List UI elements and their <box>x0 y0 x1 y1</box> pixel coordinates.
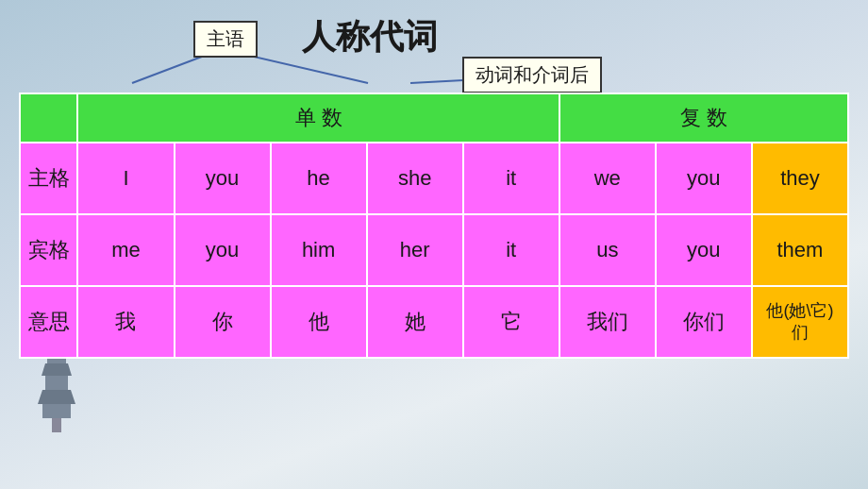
cell-acc-her: her <box>367 214 463 286</box>
table-row-nominative: 主格 I you he she it we <box>20 143 848 214</box>
cell-acc-you-s: you <box>175 214 271 286</box>
cell-acc-them: them <box>752 214 848 286</box>
cell-nom-I: I <box>77 143 174 214</box>
table-row-meaning: 意思 我 你 他 她 它 我们 <box>20 286 848 358</box>
cell-acc-you-p: you <box>656 214 752 286</box>
after-verb-label-text: 动词和介词后 <box>476 64 589 85</box>
row-label-meaning: 意思 <box>20 286 77 358</box>
subject-label-text: 主语 <box>207 28 244 49</box>
header-area: 主语 人称代词 动词和介词后 <box>19 9 849 85</box>
page-title: 人称代词 <box>302 14 438 60</box>
row-label-nominative: 主格 <box>20 143 77 214</box>
cell-meaning-wo: 我 <box>77 286 174 358</box>
header-singular: 单 数 <box>77 93 559 143</box>
cell-nom-you-p: you <box>656 143 752 214</box>
cell-acc-it: it <box>463 214 559 286</box>
cell-acc-me: me <box>77 214 174 286</box>
cell-nom-he: he <box>271 143 367 214</box>
cell-nom-they: they <box>752 143 848 214</box>
cell-meaning-ni: 你 <box>175 286 271 358</box>
cell-acc-him: him <box>271 214 367 286</box>
cell-nom-you-s: you <box>175 143 271 214</box>
cell-meaning-ta-f: 她 <box>367 286 463 358</box>
cell-nom-we: we <box>559 143 656 214</box>
cell-meaning-women: 我们 <box>559 286 656 358</box>
main-content: 主语 人称代词 动词和介词后 单 数 复 数 主格 I <box>0 0 868 489</box>
cell-meaning-tamen: 他(她\它)们 <box>752 286 848 358</box>
header-row: 单 数 复 数 <box>20 93 848 143</box>
header-empty-cell <box>20 93 77 143</box>
cell-nom-she: she <box>367 143 463 214</box>
header-plural: 复 数 <box>559 93 848 143</box>
table-row-accusative: 宾格 me you him her it us <box>20 214 848 286</box>
after-verb-label-box: 动词和介词后 <box>462 57 602 93</box>
cell-meaning-ta-m: 他 <box>271 286 367 358</box>
row-label-accusative: 宾格 <box>20 214 77 286</box>
cell-nom-it: it <box>463 143 559 214</box>
cell-meaning-nimen: 你们 <box>656 286 752 358</box>
pronoun-table-wrapper: 单 数 复 数 主格 I you he she <box>19 93 849 359</box>
cell-acc-us: us <box>559 214 656 286</box>
cell-meaning-ta-n: 它 <box>463 286 559 358</box>
subject-label-box: 主语 <box>193 21 258 58</box>
pronoun-table: 单 数 复 数 主格 I you he she <box>19 93 849 359</box>
